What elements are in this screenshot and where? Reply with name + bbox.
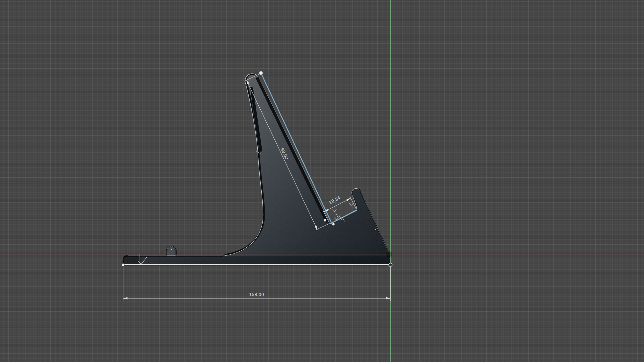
- dimension-base-width[interactable]: 158.00: [123, 267, 390, 301]
- slot-corner-point-a[interactable]: [324, 219, 326, 222]
- origin-point[interactable]: [389, 263, 392, 266]
- sketch-canvas: 158.00 99.00 19.34: [0, 0, 644, 362]
- arrow-right: [346, 198, 351, 201]
- sketch-layer: 158.00 99.00 19.34: [0, 0, 644, 362]
- chevron-glyph[interactable]: [349, 203, 353, 205]
- bump-midpoint[interactable]: [171, 249, 172, 250]
- arm-top-endpoint[interactable]: [259, 71, 263, 75]
- dimension-value[interactable]: 158.00: [249, 292, 264, 297]
- arrow-right: [386, 297, 390, 300]
- arrow-left: [123, 297, 127, 300]
- chevron-glyph[interactable]: [332, 210, 336, 212]
- base-left-corner-point[interactable]: [122, 263, 124, 266]
- slope-foot-shadow: [386, 251, 392, 257]
- stand-profile[interactable]: [114, 70, 396, 268]
- dimension-value[interactable]: 19.34: [328, 195, 341, 205]
- slot-corner-point-b[interactable]: [332, 223, 335, 226]
